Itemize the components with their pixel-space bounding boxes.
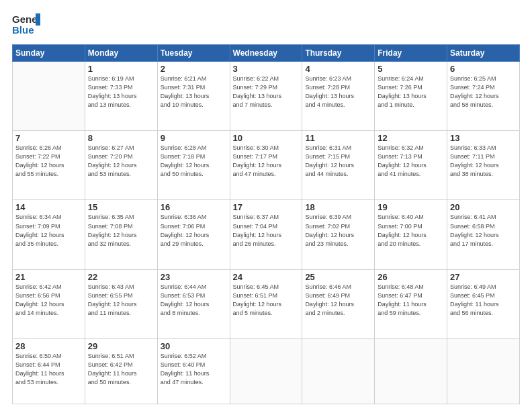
day-number: 19 bbox=[378, 202, 444, 212]
day-info: Sunrise: 6:26 AM Sunset: 7:22 PM Dayligh… bbox=[15, 144, 82, 179]
calendar-cell: 1Sunrise: 6:19 AM Sunset: 7:33 PM Daylig… bbox=[85, 62, 157, 131]
calendar-cell: 25Sunrise: 6:46 AM Sunset: 6:49 PM Dayli… bbox=[302, 269, 375, 338]
calendar-cell: 18Sunrise: 6:39 AM Sunset: 7:02 PM Dayli… bbox=[302, 200, 375, 269]
calendar-cell: 13Sunrise: 6:33 AM Sunset: 7:11 PM Dayli… bbox=[447, 131, 520, 200]
day-number: 6 bbox=[450, 64, 517, 74]
day-info: Sunrise: 6:32 AM Sunset: 7:13 PM Dayligh… bbox=[378, 144, 444, 179]
day-info: Sunrise: 6:34 AM Sunset: 7:09 PM Dayligh… bbox=[15, 213, 82, 248]
day-info: Sunrise: 6:39 AM Sunset: 7:02 PM Dayligh… bbox=[305, 213, 371, 248]
calendar-week-row: 7Sunrise: 6:26 AM Sunset: 7:22 PM Daylig… bbox=[13, 131, 520, 200]
day-number: 11 bbox=[305, 133, 371, 143]
weekday-header-friday: Friday bbox=[375, 45, 447, 62]
day-info: Sunrise: 6:21 AM Sunset: 7:31 PM Dayligh… bbox=[161, 75, 227, 109]
calendar-cell: 19Sunrise: 6:40 AM Sunset: 7:00 PM Dayli… bbox=[375, 200, 447, 269]
header: GeneralBlue bbox=[12, 12, 520, 38]
calendar-cell bbox=[13, 62, 85, 131]
day-number: 4 bbox=[305, 64, 371, 74]
day-number: 12 bbox=[378, 133, 444, 143]
calendar-cell: 4Sunrise: 6:23 AM Sunset: 7:28 PM Daylig… bbox=[302, 62, 375, 131]
day-number: 18 bbox=[305, 202, 371, 212]
day-info: Sunrise: 6:51 AM Sunset: 6:42 PM Dayligh… bbox=[88, 352, 154, 387]
day-info: Sunrise: 6:19 AM Sunset: 7:33 PM Dayligh… bbox=[88, 75, 154, 109]
day-info: Sunrise: 6:50 AM Sunset: 6:44 PM Dayligh… bbox=[15, 352, 82, 387]
day-info: Sunrise: 6:36 AM Sunset: 7:06 PM Dayligh… bbox=[161, 213, 227, 248]
day-number: 7 bbox=[15, 133, 82, 143]
day-number: 17 bbox=[233, 202, 300, 212]
calendar-cell: 10Sunrise: 6:30 AM Sunset: 7:17 PM Dayli… bbox=[230, 131, 302, 200]
day-info: Sunrise: 6:42 AM Sunset: 6:56 PM Dayligh… bbox=[15, 283, 82, 318]
calendar-cell: 20Sunrise: 6:41 AM Sunset: 6:58 PM Dayli… bbox=[447, 200, 520, 269]
svg-marker-2 bbox=[36, 13, 40, 26]
calendar-cell: 15Sunrise: 6:35 AM Sunset: 7:08 PM Dayli… bbox=[85, 200, 157, 269]
calendar-cell: 17Sunrise: 6:37 AM Sunset: 7:04 PM Dayli… bbox=[230, 200, 302, 269]
calendar-cell bbox=[230, 338, 302, 404]
day-number: 10 bbox=[233, 133, 300, 143]
calendar-cell bbox=[447, 338, 520, 404]
calendar-cell: 12Sunrise: 6:32 AM Sunset: 7:13 PM Dayli… bbox=[375, 131, 447, 200]
weekday-header-tuesday: Tuesday bbox=[157, 45, 230, 62]
day-number: 30 bbox=[161, 341, 227, 351]
calendar-cell: 7Sunrise: 6:26 AM Sunset: 7:22 PM Daylig… bbox=[13, 131, 85, 200]
calendar-cell: 29Sunrise: 6:51 AM Sunset: 6:42 PM Dayli… bbox=[85, 338, 157, 404]
calendar-cell: 21Sunrise: 6:42 AM Sunset: 6:56 PM Dayli… bbox=[13, 269, 85, 338]
day-number: 23 bbox=[161, 272, 227, 282]
calendar-cell: 14Sunrise: 6:34 AM Sunset: 7:09 PM Dayli… bbox=[13, 200, 85, 269]
calendar-week-row: 21Sunrise: 6:42 AM Sunset: 6:56 PM Dayli… bbox=[13, 269, 520, 338]
logo-svg: GeneralBlue bbox=[12, 12, 40, 38]
day-info: Sunrise: 6:48 AM Sunset: 6:47 PM Dayligh… bbox=[378, 283, 444, 318]
day-info: Sunrise: 6:22 AM Sunset: 7:29 PM Dayligh… bbox=[233, 75, 300, 109]
calendar-cell: 6Sunrise: 6:25 AM Sunset: 7:24 PM Daylig… bbox=[447, 62, 520, 131]
weekday-header-sunday: Sunday bbox=[13, 45, 85, 62]
calendar-cell: 2Sunrise: 6:21 AM Sunset: 7:31 PM Daylig… bbox=[157, 62, 230, 131]
calendar-cell: 26Sunrise: 6:48 AM Sunset: 6:47 PM Dayli… bbox=[375, 269, 447, 338]
day-number: 24 bbox=[233, 272, 300, 282]
day-info: Sunrise: 6:33 AM Sunset: 7:11 PM Dayligh… bbox=[450, 144, 517, 179]
calendar-cell: 9Sunrise: 6:28 AM Sunset: 7:18 PM Daylig… bbox=[157, 131, 230, 200]
weekday-header-row: SundayMondayTuesdayWednesdayThursdayFrid… bbox=[13, 45, 520, 62]
day-info: Sunrise: 6:45 AM Sunset: 6:51 PM Dayligh… bbox=[233, 283, 300, 318]
day-info: Sunrise: 6:52 AM Sunset: 6:40 PM Dayligh… bbox=[161, 352, 227, 387]
calendar-cell: 16Sunrise: 6:36 AM Sunset: 7:06 PM Dayli… bbox=[157, 200, 230, 269]
day-info: Sunrise: 6:40 AM Sunset: 7:00 PM Dayligh… bbox=[378, 213, 444, 248]
day-info: Sunrise: 6:44 AM Sunset: 6:53 PM Dayligh… bbox=[161, 283, 227, 318]
calendar-cell: 27Sunrise: 6:49 AM Sunset: 6:45 PM Dayli… bbox=[447, 269, 520, 338]
day-number: 13 bbox=[450, 133, 517, 143]
day-number: 21 bbox=[15, 272, 82, 282]
calendar-week-row: 28Sunrise: 6:50 AM Sunset: 6:44 PM Dayli… bbox=[13, 338, 520, 404]
day-info: Sunrise: 6:31 AM Sunset: 7:15 PM Dayligh… bbox=[305, 144, 371, 179]
weekday-header-monday: Monday bbox=[85, 45, 157, 62]
day-info: Sunrise: 6:35 AM Sunset: 7:08 PM Dayligh… bbox=[88, 213, 154, 248]
day-number: 1 bbox=[88, 64, 154, 74]
calendar-cell: 28Sunrise: 6:50 AM Sunset: 6:44 PM Dayli… bbox=[13, 338, 85, 404]
day-number: 26 bbox=[378, 272, 444, 282]
day-info: Sunrise: 6:37 AM Sunset: 7:04 PM Dayligh… bbox=[233, 213, 300, 248]
day-number: 2 bbox=[161, 64, 227, 74]
day-number: 27 bbox=[450, 272, 517, 282]
calendar-cell: 23Sunrise: 6:44 AM Sunset: 6:53 PM Dayli… bbox=[157, 269, 230, 338]
day-number: 28 bbox=[15, 341, 82, 351]
calendar-cell bbox=[375, 338, 447, 404]
day-info: Sunrise: 6:41 AM Sunset: 6:58 PM Dayligh… bbox=[450, 213, 517, 248]
calendar-cell bbox=[302, 338, 375, 404]
day-info: Sunrise: 6:25 AM Sunset: 7:24 PM Dayligh… bbox=[450, 75, 517, 109]
day-info: Sunrise: 6:49 AM Sunset: 6:45 PM Dayligh… bbox=[450, 283, 517, 318]
day-number: 22 bbox=[88, 272, 154, 282]
weekday-header-thursday: Thursday bbox=[302, 45, 375, 62]
day-info: Sunrise: 6:28 AM Sunset: 7:18 PM Dayligh… bbox=[161, 144, 227, 179]
weekday-header-wednesday: Wednesday bbox=[230, 45, 302, 62]
day-number: 16 bbox=[161, 202, 227, 212]
day-number: 3 bbox=[233, 64, 300, 74]
svg-text:Blue: Blue bbox=[12, 24, 34, 36]
calendar-cell: 3Sunrise: 6:22 AM Sunset: 7:29 PM Daylig… bbox=[230, 62, 302, 131]
calendar-cell: 22Sunrise: 6:43 AM Sunset: 6:55 PM Dayli… bbox=[85, 269, 157, 338]
day-number: 5 bbox=[378, 64, 444, 74]
calendar-week-row: 1Sunrise: 6:19 AM Sunset: 7:33 PM Daylig… bbox=[13, 62, 520, 131]
calendar-cell: 5Sunrise: 6:24 AM Sunset: 7:26 PM Daylig… bbox=[375, 62, 447, 131]
calendar-cell: 8Sunrise: 6:27 AM Sunset: 7:20 PM Daylig… bbox=[85, 131, 157, 200]
calendar-week-row: 14Sunrise: 6:34 AM Sunset: 7:09 PM Dayli… bbox=[13, 200, 520, 269]
day-number: 9 bbox=[161, 133, 227, 143]
day-number: 15 bbox=[88, 202, 154, 212]
day-info: Sunrise: 6:30 AM Sunset: 7:17 PM Dayligh… bbox=[233, 144, 300, 179]
calendar-cell: 24Sunrise: 6:45 AM Sunset: 6:51 PM Dayli… bbox=[230, 269, 302, 338]
day-info: Sunrise: 6:23 AM Sunset: 7:28 PM Dayligh… bbox=[305, 75, 371, 109]
